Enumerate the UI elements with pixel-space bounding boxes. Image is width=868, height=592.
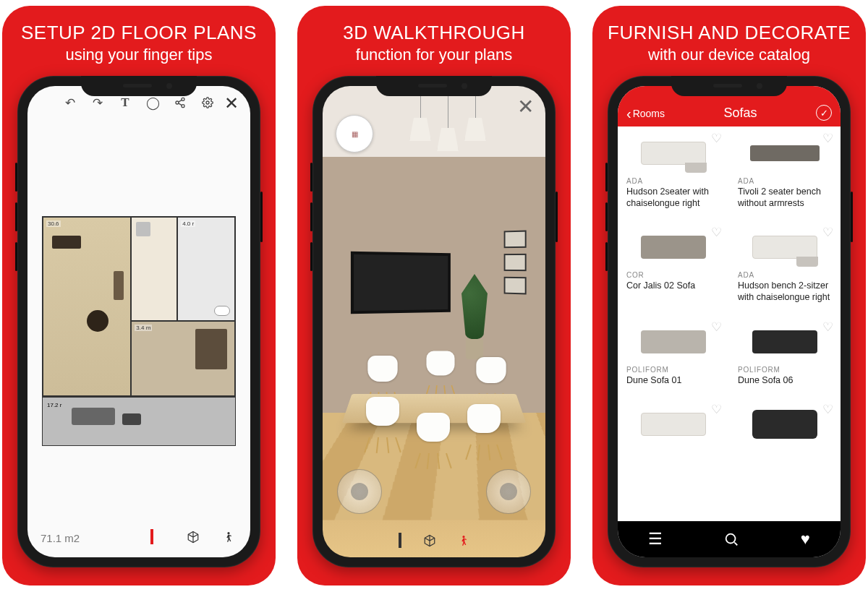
room-area-label: 3.4 m	[135, 325, 152, 331]
favorite-icon[interactable]: ♡	[711, 225, 722, 240]
catalog-item[interactable]: ♡	[618, 398, 729, 452]
catalog-grid[interactable]: ♡ ADA Hudson 2seater with chaiselongue r…	[618, 126, 841, 521]
text-tool-icon[interactable]: T	[118, 95, 132, 110]
room-kitchen[interactable]	[131, 217, 177, 321]
catalog-row: ♡ Poliform Dune Sofa 01 ♡ Poliform Dune …	[618, 315, 841, 394]
walkthrough-icon[interactable]	[223, 531, 237, 545]
room-bath[interactable]: 4.0 r	[177, 217, 235, 321]
floorplan-canvas[interactable]: 30.6 4.0 r 3.4 m	[42, 216, 236, 397]
product-thumb	[738, 226, 832, 268]
view-mode-bar	[323, 534, 545, 547]
catalog-item[interactable]: ♡ ADA Hudson 2seater with chaiselongue r…	[618, 126, 729, 216]
room-living[interactable]: 30.6	[43, 217, 131, 396]
chair	[367, 356, 397, 395]
product-name: Hudson 2seater with chaiselongue right	[626, 186, 720, 209]
room-area-label: 30.6	[46, 220, 61, 227]
walkthrough-icon[interactable]	[458, 534, 469, 547]
favorite-icon[interactable]: ♡	[822, 131, 833, 146]
view-2d-icon[interactable]	[399, 534, 401, 547]
catalog-row: ♡ Cor Cor Jalis 02 Sofa ♡ ADA Hudson ben…	[618, 220, 841, 310]
catalog-row: ♡ ADA Hudson 2seater with chaiselongue r…	[618, 126, 841, 216]
catalog-item[interactable]: ♡ ADA Tivoli 2 seater bench without armr…	[729, 126, 841, 216]
catalog-item[interactable]: ♡ Poliform Dune Sofa 06	[729, 315, 841, 394]
svg-point-3	[206, 101, 209, 104]
phone-notch	[81, 76, 197, 96]
promo-title: SETUP 2D FLOOR PLANS	[21, 22, 257, 44]
favorite-icon[interactable]: ♡	[711, 131, 722, 146]
product-thumb	[626, 403, 720, 445]
svg-point-4	[227, 532, 229, 534]
promo-subtitle: with our device catalog	[608, 46, 851, 64]
potted-plant	[460, 274, 489, 368]
svg-point-0	[182, 98, 184, 100]
svg-point-1	[176, 101, 179, 104]
screen-catalog: ‹ Rooms Sofas ✓ ♡ ADA Hudson 2seater wit…	[618, 86, 841, 557]
product-thumb	[626, 226, 720, 268]
svg-point-5	[462, 536, 464, 538]
phone-frame: ‹ Rooms Sofas ✓ ♡ ADA Hudson 2seater wit…	[608, 76, 851, 567]
chair	[426, 351, 454, 388]
favorite-icon[interactable]: ♡	[711, 319, 722, 335]
joystick-move[interactable]	[337, 469, 382, 514]
chevron-left-icon: ‹	[626, 106, 631, 121]
product-name: Dune Sofa 01	[626, 375, 720, 387]
screen-3d-walkthrough[interactable]: ✕ ▦	[323, 86, 545, 557]
redo-icon[interactable]: ↷	[90, 95, 105, 110]
close-icon[interactable]: ✕	[517, 95, 534, 119]
promo-subtitle: function for your plans	[343, 46, 525, 64]
favorite-icon[interactable]: ♡	[822, 402, 833, 417]
joystick-look[interactable]	[486, 469, 531, 514]
pendant-lamp	[437, 128, 459, 215]
promo-header: SETUP 2D FLOOR PLANS using your finger t…	[14, 6, 264, 67]
product-brand: ADA	[738, 177, 832, 185]
view-3d-icon[interactable]	[423, 534, 436, 547]
editor-bottom-bar: 71.1 m2	[27, 527, 250, 549]
promo-card-catalog: FURNISH AND DECORATE with our device cat…	[592, 6, 866, 585]
close-icon[interactable]: ✕	[224, 93, 239, 113]
room-area-label: 17.2 r	[47, 402, 61, 408]
favorite-icon[interactable]: ♡	[822, 319, 833, 335]
promo-subtitle: using your finger tips	[21, 46, 257, 64]
product-brand: ADA	[626, 177, 720, 185]
catalog-row: ♡ ♡	[618, 398, 841, 452]
product-name: Tivoli 2 seater bench without armrests	[738, 186, 832, 209]
app-store-screenshots: SETUP 2D FLOOR PLANS using your finger t…	[0, 0, 868, 592]
catalog-item[interactable]: ♡ Cor Cor Jalis 02 Sofa	[618, 220, 729, 310]
favorite-icon[interactable]: ♡	[822, 225, 833, 240]
back-button[interactable]: ‹ Rooms	[626, 106, 665, 121]
product-brand: Cor	[626, 271, 720, 279]
room-bed[interactable]: 3.4 m	[131, 321, 235, 396]
catalog-item[interactable]: ♡ ADA Hudson bench 2-sitzer with chaisel…	[729, 220, 841, 310]
favorite-icon[interactable]: ♡	[711, 402, 722, 417]
catalog-item[interactable]: ♡ Poliform Dune Sofa 01	[618, 315, 729, 394]
screen-2d-plan: ↶ ↷ T ◯ ✕ 30.6	[27, 86, 250, 557]
wall-tv	[351, 252, 451, 314]
product-brand: Poliform	[626, 366, 720, 374]
phone-notch	[671, 76, 787, 96]
phone-frame: ↶ ↷ T ◯ ✕ 30.6	[17, 76, 260, 567]
pendant-lamp	[464, 118, 486, 205]
view-3d-icon[interactable]	[187, 531, 201, 545]
undo-icon[interactable]: ↶	[63, 95, 77, 110]
promo-header: FURNISH AND DECORATE with our device cat…	[600, 6, 858, 67]
promo-card-2d: SETUP 2D FLOOR PLANS using your finger t…	[2, 6, 276, 585]
settings-icon[interactable]	[200, 95, 215, 110]
view-2d-icon[interactable]	[150, 531, 165, 545]
catalog-item[interactable]: ♡	[729, 398, 841, 452]
room-lower[interactable]: 17.2 r	[42, 397, 236, 446]
chair	[467, 404, 501, 447]
product-thumb	[626, 132, 720, 174]
help-icon[interactable]: ◯	[145, 95, 160, 110]
confirm-icon[interactable]: ✓	[816, 105, 832, 121]
search-icon[interactable]	[723, 531, 739, 547]
promo-header: 3D WALKTHROUGH function for your plans	[336, 6, 532, 67]
product-brand: Poliform	[738, 366, 832, 374]
favorites-icon[interactable]: ♥	[801, 530, 810, 549]
menu-icon[interactable]: ☰	[648, 530, 663, 549]
product-thumb	[738, 321, 832, 363]
minimap-icon[interactable]: ▦	[336, 115, 373, 153]
promo-title: 3D WALKTHROUGH	[343, 22, 525, 44]
share-icon[interactable]	[173, 95, 187, 110]
product-brand: ADA	[738, 271, 832, 279]
product-name: Cor Jalis 02 Sofa	[626, 280, 720, 292]
